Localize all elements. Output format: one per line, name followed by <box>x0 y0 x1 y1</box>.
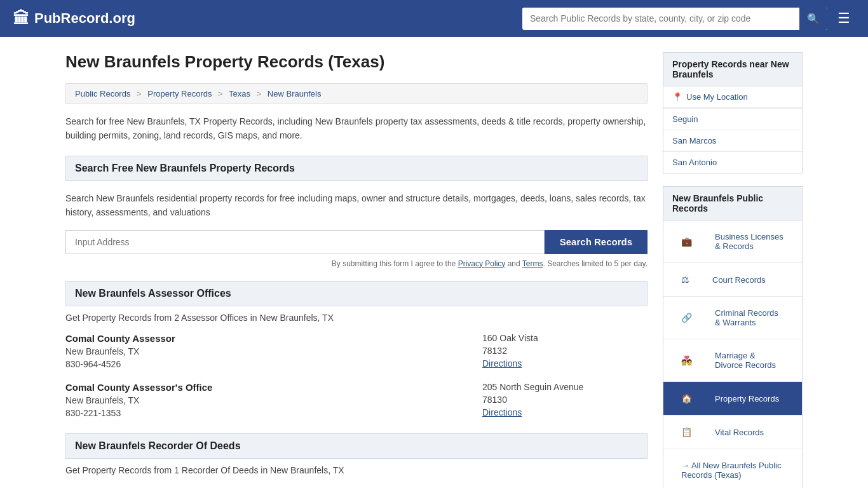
form-disclaimer: By submitting this form I agree to the P… <box>65 259 648 268</box>
recorder-get-desc: Get Property Records from 1 Recorder Of … <box>65 465 648 475</box>
search-section-header: Search Free New Braunfels Property Recor… <box>65 156 648 181</box>
office-city-2: New Braunfels, TX <box>65 395 482 405</box>
office-name-1: Comal County Assessor <box>65 333 482 344</box>
recorder-section-header: New Braunfels Recorder Of Deeds <box>65 433 648 459</box>
site-header: 🏛 PubRecord.org 🔍 ☰ <box>0 0 868 37</box>
clipboard-icon: 📋 <box>672 421 701 443</box>
directions-link-2[interactable]: Directions <box>482 407 522 417</box>
search-icon: 🔍 <box>807 13 820 24</box>
office-right-1: 160 Oak Vista 78132 Directions <box>482 333 648 369</box>
header-search-bar: 🔍 <box>522 8 827 30</box>
office-right-2: 205 North Seguin Avenue 78130 Directions <box>482 382 648 418</box>
office-name-2: Comal County Assessor's Office <box>65 382 482 393</box>
sidebar-link-criminal[interactable]: 🔗 Criminal Records & Warrants <box>663 297 802 339</box>
header-search-button[interactable]: 🔍 <box>799 8 827 30</box>
office-address-1: 160 Oak Vista <box>482 333 648 343</box>
all-records-label: → All New Braunfels Public Records (Texa… <box>672 455 793 485</box>
sidebar-label-vital: Vital Records <box>706 422 773 443</box>
address-search-form: Search Records <box>65 230 648 254</box>
office-address-2: 205 North Seguin Avenue <box>482 382 648 392</box>
office-zip-1: 78132 <box>482 346 648 356</box>
header-search-input[interactable] <box>522 8 799 29</box>
sidebar-label-marriage: Marriage & Divorce Records <box>706 345 793 376</box>
sidebar-item-court: ⚖ Court Records <box>663 263 802 297</box>
search-records-button[interactable]: Search Records <box>545 230 648 254</box>
briefcase-icon: 💼 <box>672 231 701 252</box>
sidebar-link-all-records[interactable]: → All New Braunfels Public Records (Texa… <box>663 449 802 488</box>
directions-link-1[interactable]: Directions <box>482 358 522 369</box>
sidebar-link-property[interactable]: 🏠 Property Records <box>663 382 802 415</box>
logo-icon: 🏛 <box>13 9 29 29</box>
home-icon: 🏠 <box>672 388 701 409</box>
and-text: and <box>505 259 522 268</box>
sidebar-label-property: Property Records <box>706 388 788 409</box>
sidebar-link-business[interactable]: 💼 Business Licenses & Records <box>663 220 802 262</box>
assessor-get-desc: Get Property Records from 2 Assessor Off… <box>65 313 648 323</box>
public-records-list: 💼 Business Licenses & Records ⚖ Court Re… <box>663 220 803 488</box>
privacy-policy-link[interactable]: Privacy Policy <box>458 259 506 268</box>
nearby-section: Property Records near New Braunfels 📍 Us… <box>663 52 803 173</box>
content-area: New Braunfels Property Records (Texas) P… <box>65 52 648 488</box>
breadcrumb-public-records[interactable]: Public Records <box>75 89 130 98</box>
page-title: New Braunfels Property Records (Texas) <box>65 52 648 72</box>
link-icon: 🔗 <box>672 307 701 329</box>
breadcrumb-texas[interactable]: Texas <box>229 89 250 98</box>
assessor-section: New Braunfels Assessor Offices Get Prope… <box>65 281 648 418</box>
sidebar-item-criminal: 🔗 Criminal Records & Warrants <box>663 297 802 339</box>
disclaimer-text: By submitting this form I agree to the <box>332 259 458 268</box>
office-phone-2: 830-221-1353 <box>65 408 482 418</box>
sidebar-link-marriage[interactable]: 💑 Marriage & Divorce Records <box>663 339 802 381</box>
nearby-city-seguin-link[interactable]: Seguin <box>663 109 802 130</box>
breadcrumb-sep-2: > <box>218 89 223 98</box>
main-container: New Braunfels Property Records (Texas) P… <box>53 37 815 488</box>
public-records-section-title: New Braunfels Public Records <box>663 186 803 220</box>
assessor-section-header: New Braunfels Assessor Offices <box>65 281 648 306</box>
breadcrumb-new-braunfels[interactable]: New Braunfels <box>268 89 322 98</box>
sidebar-link-vital[interactable]: 📋 Vital Records <box>663 416 802 449</box>
search-section-description: Search New Braunfels residential propert… <box>65 191 648 220</box>
breadcrumb-property-records[interactable]: Property Records <box>147 89 212 98</box>
office-left-2: Comal County Assessor's Office New Braun… <box>65 382 482 418</box>
hamburger-icon: ☰ <box>837 10 850 26</box>
site-logo[interactable]: 🏛 PubRecord.org <box>13 9 135 29</box>
nearby-city-san-marcos-link[interactable]: San Marcos <box>663 130 802 151</box>
office-left-1: Comal County Assessor New Braunfels, TX … <box>65 333 482 369</box>
use-location-item: 📍 Use My Location <box>663 86 802 109</box>
sidebar-item-all-records: → All New Braunfels Public Records (Texa… <box>663 449 802 488</box>
office-city-1: New Braunfels, TX <box>65 346 482 356</box>
recorder-section: New Braunfels Recorder Of Deeds Get Prop… <box>65 433 648 475</box>
header-right: 🔍 ☰ <box>522 8 855 30</box>
office-zip-2: 78130 <box>482 395 648 405</box>
nearby-section-title: Property Records near New Braunfels <box>663 52 803 86</box>
hamburger-menu-button[interactable]: ☰ <box>832 8 855 29</box>
rings-icon: 💑 <box>672 349 701 371</box>
nearby-city-san-antonio: San Antonio <box>663 152 802 173</box>
sidebar-label-business: Business Licenses & Records <box>706 226 793 257</box>
sidebar-label-criminal: Criminal Records & Warrants <box>706 302 793 333</box>
breadcrumb: Public Records > Property Records > Texa… <box>65 83 648 104</box>
address-input[interactable] <box>65 230 545 254</box>
office-entry-1: Comal County Assessor New Braunfels, TX … <box>65 333 648 369</box>
use-location-btn[interactable]: 📍 Use My Location <box>663 86 802 108</box>
nearby-city-seguin: Seguin <box>663 109 802 130</box>
scales-icon: ⚖ <box>672 269 698 290</box>
logo-text: PubRecord.org <box>34 10 135 27</box>
sidebar-item-marriage: 💑 Marriage & Divorce Records <box>663 339 802 382</box>
office-phone-1: 830-964-4526 <box>65 359 482 369</box>
public-records-section: New Braunfels Public Records 💼 Business … <box>663 186 803 488</box>
disclaimer-end: . Searches limited to 5 per day. <box>543 259 648 268</box>
nearby-links-list: 📍 Use My Location Seguin San Marcos San … <box>663 86 803 173</box>
location-pin-icon: 📍 <box>672 92 682 102</box>
breadcrumb-sep-1: > <box>137 89 142 98</box>
sidebar-label-court: Court Records <box>703 269 775 290</box>
sidebar-item-business: 💼 Business Licenses & Records <box>663 220 802 263</box>
sidebar: Property Records near New Braunfels 📍 Us… <box>663 52 803 488</box>
terms-link[interactable]: Terms <box>522 259 543 268</box>
office-entry-2: Comal County Assessor's Office New Braun… <box>65 382 648 418</box>
use-location-label: Use My Location <box>686 92 748 102</box>
page-description: Search for free New Braunfels, TX Proper… <box>65 114 648 143</box>
sidebar-item-property: 🏠 Property Records <box>663 382 802 416</box>
nearby-city-san-antonio-link[interactable]: San Antonio <box>663 152 802 173</box>
sidebar-link-court[interactable]: ⚖ Court Records <box>663 263 802 296</box>
breadcrumb-sep-3: > <box>257 89 262 98</box>
